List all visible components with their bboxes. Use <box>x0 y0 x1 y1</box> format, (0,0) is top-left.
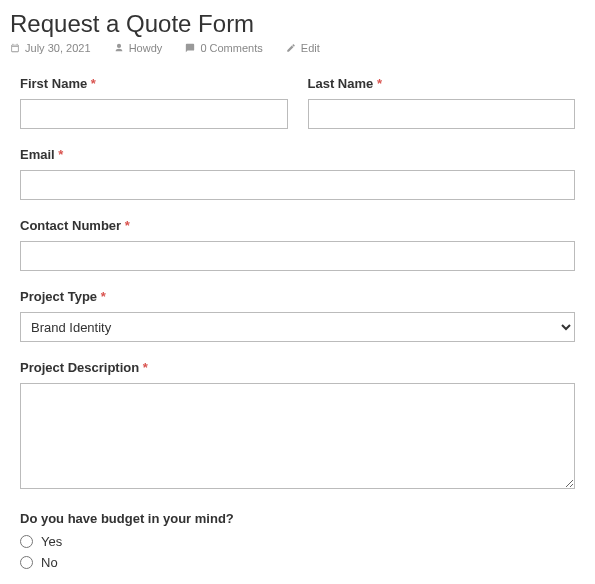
project-type-select[interactable]: Brand Identity <box>20 312 575 342</box>
page-title: Request a Quote Form <box>10 10 585 38</box>
meta-edit[interactable]: Edit <box>286 42 330 54</box>
calendar-icon <box>10 43 20 53</box>
meta-date: July 30, 2021 <box>10 42 104 54</box>
budget-label: Do you have budget in your mind? <box>20 511 575 526</box>
email-input[interactable] <box>20 170 575 200</box>
quote-form: First Name * Last Name * Email * Contact… <box>10 76 585 584</box>
last-name-input[interactable] <box>308 99 576 129</box>
comment-icon <box>185 43 195 53</box>
edit-icon <box>286 43 296 53</box>
budget-radio-no[interactable] <box>20 556 33 569</box>
user-icon <box>114 43 124 53</box>
email-label: Email * <box>20 147 575 162</box>
budget-radio-yes[interactable] <box>20 535 33 548</box>
first-name-label: First Name * <box>20 76 288 91</box>
meta-author[interactable]: Howdy <box>114 42 176 54</box>
budget-radio-row: No <box>20 555 575 570</box>
last-name-label: Last Name * <box>308 76 576 91</box>
budget-radio-row: Yes <box>20 534 575 549</box>
meta-comments[interactable]: 0 Comments <box>185 42 275 54</box>
contact-number-input[interactable] <box>20 241 575 271</box>
project-description-label: Project Description * <box>20 360 575 375</box>
budget-radio-label: Yes <box>41 534 62 549</box>
budget-radio-label: No <box>41 555 58 570</box>
first-name-input[interactable] <box>20 99 288 129</box>
project-description-textarea[interactable] <box>20 383 575 489</box>
post-meta: July 30, 2021 Howdy 0 Comments Edit <box>10 42 585 54</box>
project-type-label: Project Type * <box>20 289 575 304</box>
contact-number-label: Contact Number * <box>20 218 575 233</box>
